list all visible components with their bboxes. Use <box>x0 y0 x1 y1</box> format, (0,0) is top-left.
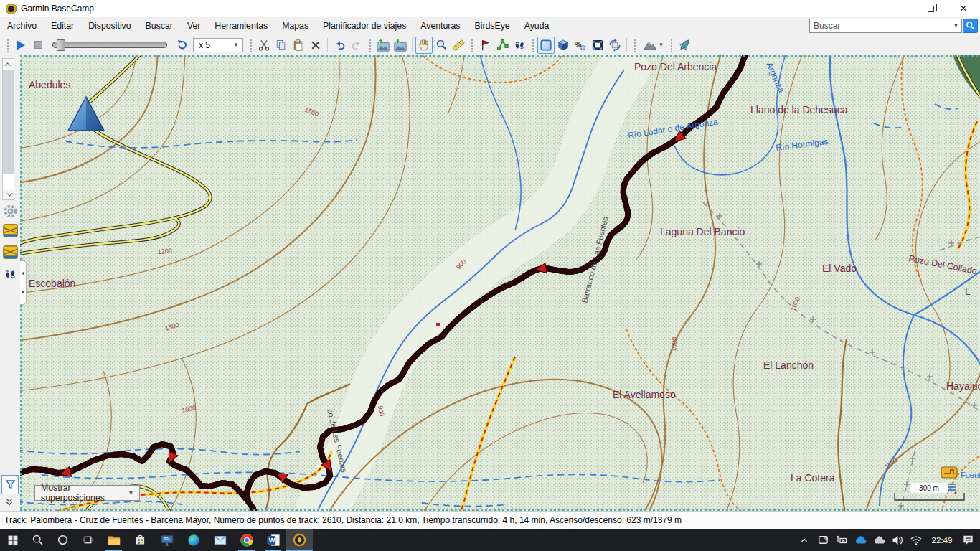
revert-view-button[interactable] <box>173 37 190 54</box>
menu-item-ver[interactable]: Ver <box>180 17 207 34</box>
sidebar-scrollbar[interactable] <box>2 58 14 200</box>
menu-item-herramientas[interactable]: Herramientas <box>207 17 275 34</box>
toolbar-grip[interactable] <box>669 38 673 52</box>
toolbar-grip[interactable] <box>249 38 253 52</box>
search-input[interactable] <box>809 19 962 33</box>
cortana-button[interactable] <box>50 529 75 551</box>
scale-label: 300 m <box>919 484 939 492</box>
map-product-button-2[interactable] <box>1 243 19 260</box>
search-button[interactable] <box>963 19 978 33</box>
map-canvas[interactable]: 300 m AbedulesPozo Del ArbenciaLlano de … <box>20 55 980 511</box>
map-view-button[interactable] <box>537 37 555 54</box>
detail-level-button[interactable]: % <box>572 37 589 54</box>
minimize-button[interactable] <box>881 0 914 17</box>
tray-cloud-button[interactable] <box>870 529 888 551</box>
rotate-map-button[interactable] <box>606 37 623 54</box>
magnifier-icon <box>435 38 448 52</box>
play-button[interactable] <box>12 37 29 54</box>
track-tool-button[interactable] <box>511 37 528 54</box>
pan-tool-button[interactable] <box>415 37 433 54</box>
menu-item-archivo[interactable]: Archivo <box>0 17 44 34</box>
taskbar-basecamp[interactable] <box>286 529 313 551</box>
birdseye-button[interactable] <box>676 37 693 54</box>
zoom-level-select[interactable]: x 5▼ <box>193 38 243 52</box>
menu-item-planificador-de-viajes[interactable]: Planificador de viajes <box>316 17 413 34</box>
action-center-icon <box>962 534 974 546</box>
menu-item-ayuda[interactable]: Ayuda <box>517 17 557 34</box>
cut-button[interactable] <box>255 37 273 54</box>
title-bar: Garmin BaseCamp × <box>0 0 980 17</box>
stop-button[interactable] <box>29 37 47 54</box>
close-button[interactable]: × <box>947 0 980 17</box>
tray-tablet-button[interactable] <box>814 529 832 551</box>
scroll-up-button[interactable] <box>3 59 14 70</box>
toolbar-grip[interactable] <box>633 38 636 52</box>
tray-volume-button[interactable] <box>888 529 907 551</box>
toolbar-grip[interactable] <box>6 38 9 52</box>
slider-thumb[interactable] <box>57 39 65 51</box>
map-svg: 300 m AbedulesPozo Del ArbenciaLlano de … <box>20 55 980 511</box>
pen-x-icon <box>835 534 848 547</box>
elevation-profile-button[interactable]: ▼ <box>639 37 666 54</box>
task-view-button[interactable] <box>75 529 100 551</box>
view-3d-button[interactable] <box>555 37 572 54</box>
taskbar-search-button[interactable] <box>25 529 50 551</box>
playback-slider[interactable] <box>52 42 167 48</box>
system-tray: 22:49 <box>795 529 980 551</box>
undo-button[interactable] <box>331 37 348 54</box>
paste-button[interactable] <box>290 37 307 54</box>
menu-item-aventuras[interactable]: Aventuras <box>413 17 467 34</box>
measure-tool-button[interactable] <box>450 37 467 54</box>
map-label: Escobalón <box>29 278 75 289</box>
zoom-tool-button[interactable] <box>433 37 450 54</box>
scroll-down-button[interactable] <box>3 189 14 199</box>
taskbar-store[interactable] <box>127 529 154 551</box>
taskbar-file-explorer[interactable] <box>100 529 127 551</box>
receive-from-device-button[interactable] <box>392 37 409 54</box>
map-product-button-1[interactable] <box>1 222 19 239</box>
start-button[interactable] <box>0 529 25 551</box>
filter-button[interactable] <box>1 475 19 494</box>
waypoint-dot[interactable] <box>436 323 440 326</box>
taskbar-clock[interactable]: 22:49 <box>925 536 958 545</box>
toolbar-grip[interactable] <box>531 38 534 52</box>
taskbar-chrome[interactable] <box>233 529 260 551</box>
settings-gear-button[interactable] <box>1 202 19 220</box>
tray-pen-x-button[interactable] <box>832 529 851 551</box>
footprints-icon <box>3 267 17 281</box>
search-dropdown-caret-icon[interactable]: ▼ <box>951 22 961 29</box>
tracks-button[interactable] <box>1 265 19 283</box>
menu-item-editar[interactable]: Editar <box>44 17 81 34</box>
edge-icon <box>187 533 201 547</box>
scrollbar-thumb[interactable] <box>3 70 14 174</box>
delete-button[interactable] <box>307 37 324 54</box>
taskbar-mail[interactable] <box>207 529 233 551</box>
tray-wifi-button[interactable] <box>907 529 925 551</box>
toolbar-grip[interactable] <box>470 38 473 52</box>
waypoint-tool-button[interactable] <box>476 37 494 54</box>
menu-item-birdseye[interactable]: BirdsEye <box>467 17 517 34</box>
chrome-icon <box>240 533 254 547</box>
redo-button[interactable] <box>348 37 365 54</box>
menu-item-dispositivo[interactable]: Dispositivo <box>81 17 138 34</box>
taskbar-word[interactable]: W <box>260 529 286 551</box>
menu-item-mapas[interactable]: Mapas <box>275 17 316 34</box>
combo-caret-icon: ▼ <box>233 42 242 48</box>
taskbar-edge[interactable] <box>180 529 207 551</box>
send-to-device-button[interactable] <box>374 37 392 54</box>
action-center-button[interactable] <box>958 529 977 551</box>
tray-onedrive-button[interactable] <box>851 529 870 551</box>
route-tool-button[interactable] <box>494 37 511 54</box>
collapsed-panel-tab[interactable] <box>20 260 27 305</box>
menu-item-buscar[interactable]: Buscar <box>138 17 180 34</box>
restore-button[interactable] <box>914 0 947 17</box>
fit-map-button[interactable] <box>589 37 606 54</box>
taskbar-remote-desktop[interactable] <box>154 529 180 551</box>
copy-button[interactable] <box>273 37 290 54</box>
overlay-selector-dropdown[interactable]: Mostrar superposiciones ▼ <box>34 485 140 501</box>
restore-icon <box>928 6 934 12</box>
scroll-page-down-button[interactable] <box>4 497 16 509</box>
paste-icon <box>292 39 305 52</box>
toolbar-grip[interactable] <box>368 38 372 52</box>
tray-chevron-button[interactable] <box>795 529 814 551</box>
